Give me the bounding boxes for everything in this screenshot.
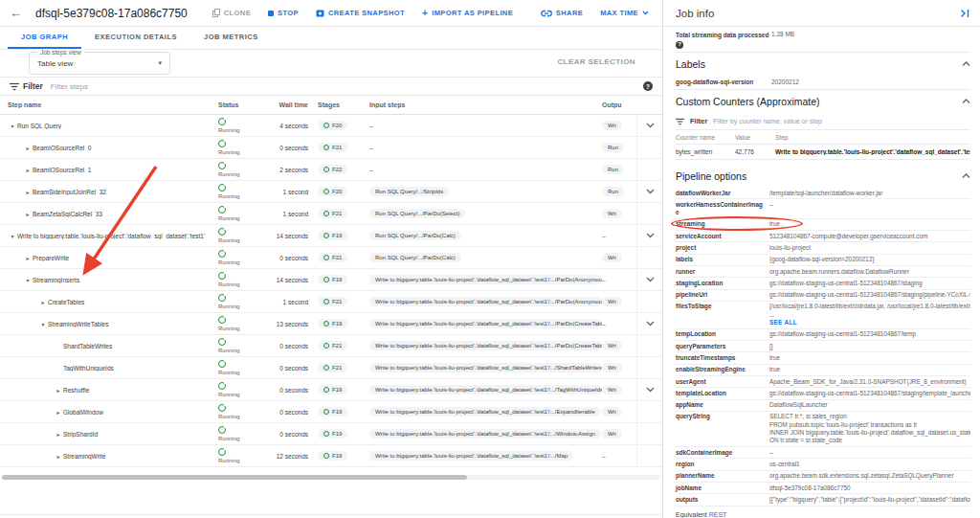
input-step-chip[interactable]: Write to bigquery.table.'louis-liu-proje… xyxy=(369,407,601,417)
collapse-panel-icon[interactable] xyxy=(960,9,970,18)
stage-chip[interactable]: F19 xyxy=(318,429,347,439)
table-row[interactable]: ▸GlobalWindowRunning0 secondsF19Write to… xyxy=(0,401,662,423)
input-step-chip[interactable]: Write to bigquery.table.'louis-liu-proje… xyxy=(369,275,602,284)
output-step-chip[interactable]: Wri xyxy=(602,429,622,439)
stage-chip[interactable]: F21 xyxy=(318,209,347,218)
input-step-chip[interactable]: Write to bigquery.table.'louis-liu-proje… xyxy=(369,451,573,461)
tab-execution-details[interactable]: EXECUTION DETAILS xyxy=(81,27,190,49)
input-step-chip[interactable]: Write to bigquery.table.'louis-liu-proje… xyxy=(369,363,602,372)
help-icon[interactable]: ? xyxy=(676,41,683,49)
stage-chip[interactable]: F19 xyxy=(318,319,347,328)
row-expand-cell[interactable] xyxy=(636,115,662,136)
share-button[interactable]: SHARE xyxy=(541,9,583,18)
output-step-chip[interactable]: Wri xyxy=(602,253,622,262)
expand-step-icon[interactable]: ▸ xyxy=(23,211,33,217)
expand-step-icon[interactable]: ▸ xyxy=(38,299,48,305)
collapse-step-icon[interactable]: ▾ xyxy=(8,123,17,129)
row-expand-cell[interactable] xyxy=(636,313,662,334)
output-step-chip[interactable]: Wri xyxy=(602,341,622,350)
counter-step[interactable]: Write to bigquery.table.'louis-liu-proje… xyxy=(775,148,970,155)
job-steps-view-select[interactable]: Job steps view Table view ▾ xyxy=(29,52,170,75)
table-row[interactable]: ▸BeamIOSourceRel_1Running2 secondsF22–Ru… xyxy=(0,159,662,181)
expand-step-icon[interactable]: ▸ xyxy=(23,189,33,195)
output-step-chip[interactable]: Wri xyxy=(602,209,622,218)
expand-row-icon[interactable] xyxy=(646,233,655,238)
stage-chip[interactable]: F21 xyxy=(318,363,347,372)
row-expand-cell[interactable] xyxy=(636,379,662,400)
labels-section-header[interactable]: Labels xyxy=(676,53,970,76)
expand-row-icon[interactable] xyxy=(646,189,655,194)
collapse-step-icon[interactable]: ▾ xyxy=(8,233,17,239)
table-row[interactable]: ▾StreamingInsertsRunning14 secondsF19Wri… xyxy=(0,269,662,291)
table-row[interactable]: ▸PrepareWriteRunning0 secondsF21Run SQL … xyxy=(0,247,662,269)
output-step-chip[interactable]: Wri xyxy=(602,407,622,417)
output-step-chip[interactable]: Wri xyxy=(602,385,622,394)
stage-chip[interactable]: F20 xyxy=(318,187,347,196)
max-time-dropdown[interactable]: MAX TIME xyxy=(600,9,649,17)
tab-job-metrics[interactable]: JOB METRICS xyxy=(190,27,272,49)
tab-job-graph[interactable]: JOB GRAPH xyxy=(8,27,81,49)
table-row[interactable]: ▸BeamIOSourceRel_0Running0 secondsF21–Ru… xyxy=(0,137,662,159)
counters-filter-bar[interactable]: Filter Filter by counter name, value or … xyxy=(676,113,970,130)
table-row[interactable]: ▸BeamZetaSqlCalcRel_33Running1 secondF21… xyxy=(0,203,662,225)
stage-chip[interactable]: F20 xyxy=(318,121,347,130)
expand-step-icon[interactable]: ▸ xyxy=(23,255,33,261)
table-row[interactable]: ▾StreamingWriteTablesRunning13 secondsF1… xyxy=(0,313,662,335)
expand-step-icon[interactable]: ▸ xyxy=(23,145,33,151)
stage-chip[interactable]: F21 xyxy=(318,341,347,350)
stage-chip[interactable]: F19 xyxy=(318,451,347,461)
input-step-chip[interactable]: Run SQL Query/.../StripIds xyxy=(369,187,449,196)
input-step-chip[interactable]: Write to bigquery.table.'louis-liu-proje… xyxy=(369,341,602,350)
table-row[interactable]: ▸ReshuffleRunning0 secondsF19Write to bi… xyxy=(0,379,662,401)
expand-step-icon[interactable]: ▸ xyxy=(54,409,63,416)
stage-chip[interactable]: F19 xyxy=(318,385,347,394)
stage-chip[interactable]: F19 xyxy=(318,231,347,240)
table-row[interactable]: ▾Write to bigquery.table.'louis-liu-proj… xyxy=(0,225,662,247)
table-row[interactable]: ▸StreamingWriteRunning12 secondsF19Write… xyxy=(0,445,662,467)
table-row[interactable]: ▸BeamSideInputJoinRel_32Running1 secondF… xyxy=(0,181,662,203)
table-row[interactable]: TagWithUniqueIdsRunning0 secondsF21Write… xyxy=(0,357,662,379)
counters-filter-input[interactable]: Filter by counter name, value or step xyxy=(713,118,822,124)
input-step-chip[interactable]: Write to bigquery.table.'louis-liu-proje… xyxy=(369,297,602,306)
stage-chip[interactable]: F22 xyxy=(318,165,347,174)
stage-chip[interactable]: F21 xyxy=(318,297,347,306)
pipeline-options-section-header[interactable]: Pipeline options xyxy=(676,165,970,188)
stage-chip[interactable]: F21 xyxy=(318,143,347,152)
create-snapshot-button[interactable]: CREATE SNAPSHOT xyxy=(316,9,405,17)
collapse-step-icon[interactable]: ▾ xyxy=(23,277,33,283)
expand-row-icon[interactable] xyxy=(646,123,655,128)
stage-chip[interactable]: F19 xyxy=(318,275,347,284)
input-step-chip[interactable]: Run SQL Query/.../ParDo(Calc) xyxy=(369,231,461,240)
rest-link[interactable]: REST xyxy=(709,511,727,518)
see-all-link[interactable]: SEE ALL xyxy=(769,319,970,327)
expand-step-icon[interactable]: ▸ xyxy=(54,387,63,394)
horizontal-scrollbar-thumb[interactable] xyxy=(2,475,467,480)
expand-step-icon[interactable]: ▸ xyxy=(54,431,63,438)
input-step-chip[interactable]: Write to bigquery.table.'louis-liu-proje… xyxy=(369,319,602,328)
output-step-chip[interactable]: Run xyxy=(602,165,624,174)
table-row[interactable]: ▸CreateTablesRunning1 secondF21Write to … xyxy=(0,291,662,313)
input-step-chip[interactable]: Write to bigquery.table.'louis-liu-proje… xyxy=(369,429,601,439)
custom-counters-section-header[interactable]: Custom Counters (Approximate) xyxy=(676,90,970,113)
filter-steps-input[interactable]: Filter steps xyxy=(51,82,643,91)
clear-selection-button[interactable]: CLEAR SELECTION xyxy=(557,57,635,66)
help-icon[interactable]: ? xyxy=(643,81,653,91)
back-arrow-icon[interactable]: ← xyxy=(10,6,22,20)
steps-filter-bar[interactable]: Filter Filter steps ? xyxy=(0,77,662,96)
expand-row-icon[interactable] xyxy=(646,387,655,393)
input-step-chip[interactable]: Write to bigquery.table.'louis-liu-proje… xyxy=(369,385,602,394)
stage-chip[interactable]: F19 xyxy=(318,407,347,417)
expand-row-icon[interactable] xyxy=(646,321,655,327)
output-step-chip[interactable]: Run xyxy=(602,187,624,196)
stage-chip[interactable]: F21 xyxy=(318,253,347,262)
clone-button[interactable]: CLONE xyxy=(212,9,251,17)
output-step-chip[interactable]: Wri xyxy=(602,121,622,130)
expand-row-icon[interactable] xyxy=(646,277,655,282)
stop-button[interactable]: STOP xyxy=(268,9,299,17)
table-row[interactable]: ▾Run SQL QueryRunning4 secondsF20–Wri xyxy=(0,115,662,137)
table-row[interactable]: ShardTableWritesRunning0 secondsF21Write… xyxy=(0,335,662,357)
row-expand-cell[interactable] xyxy=(636,225,662,246)
import-as-pipeline-button[interactable]: + IMPORT AS PIPELINE xyxy=(422,9,513,17)
output-step-chip[interactable]: Wri xyxy=(602,363,622,372)
row-expand-cell[interactable] xyxy=(636,181,662,202)
